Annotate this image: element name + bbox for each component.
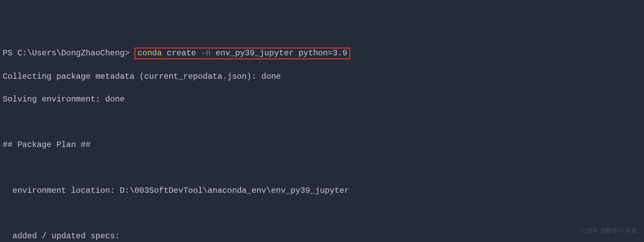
flag-n: -n	[201, 49, 211, 58]
blank-line	[3, 208, 641, 219]
output-solving: Solving environment: done	[3, 94, 641, 105]
output-collecting: Collecting package metadata (current_rep…	[3, 71, 641, 82]
blank-line	[3, 162, 641, 174]
blank-line	[3, 116, 641, 128]
create-keyword: create	[162, 49, 201, 58]
env-location: environment location: D:\003SoftDevTool\…	[3, 185, 641, 197]
package-plan-header: ## Package Plan ##	[3, 139, 641, 151]
prompt-line[interactable]: PS C:\Users\DongZhaoCheng> conda create …	[3, 48, 641, 59]
ps-prefix: PS	[3, 49, 17, 58]
watermark: CSDN @咖啡与乌龙	[581, 227, 637, 235]
command-args: env_py39_jupyter python=3.9	[211, 49, 347, 58]
prompt-path: C:\Users\DongZhaoCheng	[17, 49, 125, 58]
prompt-gt: >	[125, 49, 134, 58]
added-specs-header: added / updated specs:	[3, 230, 641, 242]
command-highlight-box: conda create -n env_py39_jupyter python=…	[134, 48, 350, 59]
conda-keyword: conda	[138, 49, 162, 58]
